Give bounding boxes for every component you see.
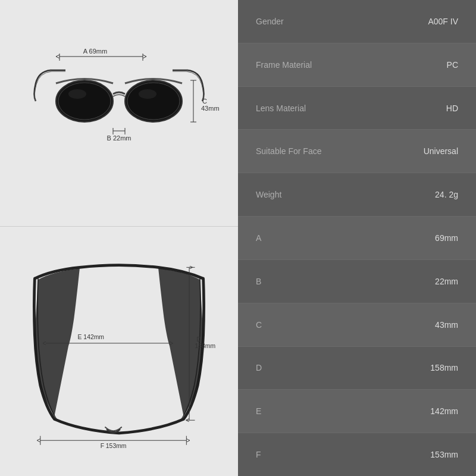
spec-value: PC	[447, 60, 458, 70]
spec-value: HD	[446, 104, 458, 113]
spec-label: Gender	[256, 17, 284, 26]
svg-point-8	[68, 89, 86, 99]
spec-row: B22mm	[238, 260, 476, 303]
spec-value: 22mm	[435, 277, 458, 286]
spec-value: 142mm	[430, 406, 458, 416]
svg-point-5	[58, 83, 111, 120]
svg-text:43mm: 43mm	[201, 105, 220, 112]
svg-text:B  22mm: B 22mm	[107, 134, 131, 142]
spec-value: 69mm	[435, 233, 458, 243]
diagram-panel: A 69mm	[0, 0, 238, 476]
spec-row: C43mm	[238, 303, 476, 347]
spec-label: C	[256, 320, 262, 330]
front-view-svg: A 69mm	[18, 12, 220, 214]
svg-point-9	[139, 89, 156, 99]
svg-point-7	[127, 83, 180, 120]
spec-label: Suitable For Face	[256, 146, 322, 156]
specs-panel: GenderA00F IVFrame MaterialPCLens Materi…	[238, 0, 476, 476]
svg-text:D: D	[196, 336, 201, 343]
spec-label: Frame Material	[256, 60, 312, 70]
spec-value: 158mm	[430, 363, 458, 372]
spec-row: Frame MaterialPC	[238, 43, 476, 87]
spec-label: B	[256, 277, 261, 286]
spec-row: Lens MaterialHD	[238, 87, 476, 130]
spec-value: A00F IV	[428, 17, 458, 26]
svg-text:F  153mm: F 153mm	[101, 443, 127, 449]
svg-text:C: C	[202, 98, 207, 105]
spec-label: Weight	[256, 190, 281, 199]
svg-text:E  142mm: E 142mm	[78, 334, 104, 340]
spec-value: Universal	[424, 146, 458, 156]
spec-label: Lens Material	[256, 104, 306, 113]
spec-row: Weight24. 2g	[238, 173, 476, 217]
svg-text:A  69mm: A 69mm	[83, 48, 107, 55]
spec-row: Suitable For FaceUniversal	[238, 130, 476, 173]
spec-row: A69mm	[238, 217, 476, 260]
spec-label: F	[256, 450, 261, 459]
spec-value: 24. 2g	[435, 190, 458, 199]
spec-value: 153mm	[430, 450, 458, 459]
front-view-diagram: A 69mm	[0, 0, 238, 226]
spec-label: D	[256, 363, 262, 372]
top-view-svg: D 158mm E 142mm F 153mm	[18, 250, 220, 453]
svg-text:158mm: 158mm	[195, 343, 216, 349]
spec-row: D158mm	[238, 347, 476, 390]
spec-value: 43mm	[435, 320, 458, 330]
top-view-diagram: D 158mm E 142mm F 153mm	[0, 226, 238, 476]
spec-row: E142mm	[238, 390, 476, 433]
spec-label: E	[256, 406, 261, 416]
spec-row: F153mm	[238, 433, 476, 476]
spec-label: A	[256, 233, 261, 243]
spec-row: GenderA00F IV	[238, 0, 476, 43]
